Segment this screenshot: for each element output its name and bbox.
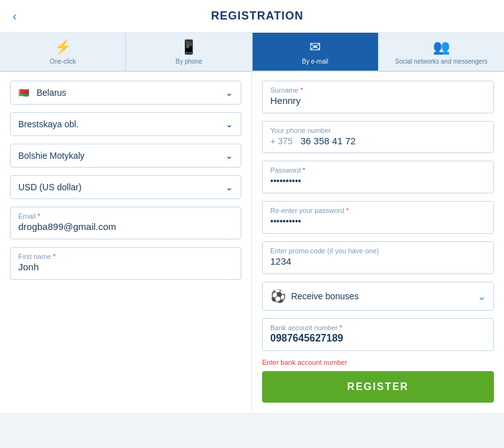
phone-field-group: Your phone number + 375 36 358 41 72 bbox=[262, 121, 494, 153]
tabs-row: ⚡ One-click 📱 By phone ✉ By e-mail 👥 Soc… bbox=[0, 33, 504, 72]
left-column: 🇧🇾 Belarus ⌄ Brestskaya obl. ⌄ Bolshie M… bbox=[0, 72, 252, 413]
repassword-field-group: Re-enter your password * bbox=[262, 201, 494, 234]
region-chevron: ⌄ bbox=[226, 119, 233, 129]
main-content: 🇧🇾 Belarus ⌄ Brestskaya obl. ⌄ Bolshie M… bbox=[0, 72, 504, 413]
lightning-icon: ⚡ bbox=[54, 39, 71, 55]
city-select[interactable]: Bolshie Motykaly ⌄ bbox=[10, 144, 241, 168]
currency-value: USD (US dollar) bbox=[18, 182, 81, 192]
phone-row: + 375 36 358 41 72 bbox=[270, 135, 486, 146]
tab-social-label: Social networks and messengers bbox=[395, 58, 488, 66]
region-value: Brestskaya obl. bbox=[18, 119, 79, 129]
email-field-group: Email * bbox=[10, 207, 241, 239]
repassword-input[interactable] bbox=[270, 216, 486, 226]
bank-field-group: Bank account number * bbox=[262, 318, 494, 351]
currency-chevron: ⌄ bbox=[226, 182, 233, 192]
email-label: Email * bbox=[18, 212, 233, 220]
bonuses-chevron: ⌄ bbox=[478, 290, 486, 302]
country-flag: 🇧🇾 bbox=[18, 88, 29, 98]
bank-input[interactable] bbox=[270, 333, 486, 344]
tab-by-email-label: By e-mail bbox=[302, 58, 328, 66]
tab-social[interactable]: 👥 Social networks and messengers bbox=[379, 33, 504, 71]
city-value: Bolshie Motykaly bbox=[18, 151, 84, 161]
phone-label: Your phone number bbox=[270, 127, 486, 134]
region-select[interactable]: Brestskaya obl. ⌄ bbox=[10, 112, 241, 136]
surname-label: Surname * bbox=[270, 86, 486, 94]
promo-input[interactable] bbox=[270, 256, 486, 267]
currency-select[interactable]: USD (US dollar) ⌄ bbox=[10, 175, 241, 199]
email-input[interactable] bbox=[18, 221, 233, 232]
soccer-ball-icon: ⚽ bbox=[270, 289, 286, 304]
phone-code: + 375 bbox=[270, 136, 295, 146]
email-icon: ✉ bbox=[309, 39, 321, 55]
tab-by-phone-label: By phone bbox=[176, 58, 202, 66]
firstname-field-group: First name * bbox=[10, 247, 241, 280]
password-label: Password * bbox=[270, 166, 486, 174]
city-chevron: ⌄ bbox=[226, 151, 233, 161]
receive-bonuses-select[interactable]: ⚽ Receive bonuses ⌄ bbox=[262, 282, 494, 311]
firstname-label: First name * bbox=[18, 253, 233, 260]
surname-field-group: Surname * bbox=[262, 81, 494, 113]
right-column: Surname * Your phone number + 375 36 358… bbox=[252, 72, 504, 413]
bank-label: Bank account number * bbox=[270, 324, 486, 331]
page-title: REGISTRATION bbox=[23, 9, 491, 23]
country-chevron: ⌄ bbox=[226, 88, 233, 98]
promo-label: Enter promo code (if you have one) bbox=[270, 247, 486, 255]
tab-one-click[interactable]: ⚡ One-click bbox=[0, 33, 126, 71]
phone-icon: 📱 bbox=[180, 39, 197, 55]
repassword-label: Re-enter your password * bbox=[270, 207, 486, 214]
back-button[interactable]: ‹ bbox=[13, 9, 17, 23]
surname-input[interactable] bbox=[270, 95, 486, 106]
bank-error-message: Enter bank account number bbox=[262, 359, 494, 366]
social-icon: 👥 bbox=[433, 39, 450, 55]
country-value: Belarus bbox=[37, 88, 66, 98]
country-select[interactable]: 🇧🇾 Belarus ⌄ bbox=[10, 81, 241, 105]
promo-field-group: Enter promo code (if you have one) bbox=[262, 241, 494, 274]
bonus-left: ⚽ Receive bonuses bbox=[270, 289, 358, 304]
register-button[interactable]: REGISTER bbox=[262, 371, 494, 403]
password-field-group: Password * bbox=[262, 161, 494, 193]
tab-by-phone[interactable]: 📱 By phone bbox=[126, 33, 252, 71]
password-input[interactable] bbox=[270, 176, 486, 186]
tab-one-click-label: One-click bbox=[50, 58, 76, 66]
bonuses-label: Receive bonuses bbox=[291, 291, 358, 301]
tab-by-email[interactable]: ✉ By e-mail bbox=[253, 33, 379, 71]
phone-number: 36 358 41 72 bbox=[301, 135, 356, 146]
firstname-input[interactable] bbox=[18, 261, 233, 272]
header: ‹ REGISTRATION bbox=[0, 0, 504, 33]
